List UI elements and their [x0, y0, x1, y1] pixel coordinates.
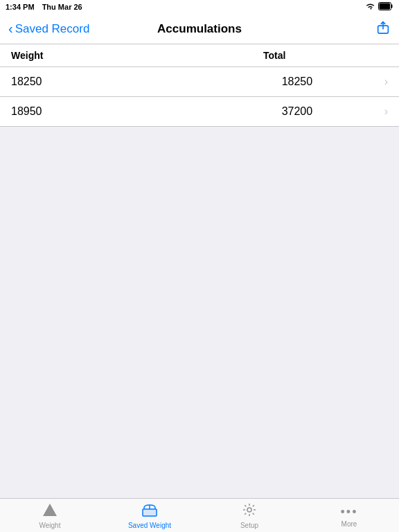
cell-weight: 18250: [11, 76, 282, 88]
table-row[interactable]: 18950 37200 ›: [0, 97, 399, 127]
tab-item-more[interactable]: ••• More: [299, 499, 399, 532]
header-spacer: [374, 50, 388, 61]
chevron-right-icon: ›: [384, 76, 388, 88]
tab-bar: Weight Saved Weight Setup ••• More: [0, 498, 399, 532]
chevron-right-icon: ›: [384, 105, 388, 118]
table-row[interactable]: 18250 18250 ›: [0, 67, 399, 97]
table-header: Weight Total: [0, 44, 399, 67]
tab-label-more: More: [342, 520, 357, 528]
chevron-left-icon: ‹: [8, 21, 13, 35]
tab-item-saved-weight[interactable]: Saved Weight: [100, 499, 200, 532]
tab-item-weight[interactable]: Weight: [0, 499, 100, 532]
status-date: Thu Mar 26: [42, 3, 82, 11]
svg-point-11: [247, 508, 251, 512]
tab-icon-weight: [42, 502, 58, 520]
cell-total: 37200: [282, 105, 379, 118]
svg-marker-5: [43, 504, 57, 516]
nav-title: Accumulations: [157, 22, 242, 36]
content-area: [0, 127, 399, 513]
tab-label-weight: Weight: [39, 522, 61, 529]
tab-icon-saved-weight: [141, 502, 159, 520]
tab-label-setup: Setup: [240, 522, 258, 529]
battery-icon: [378, 2, 393, 12]
wifi-icon: [365, 3, 375, 12]
back-button[interactable]: ‹ Saved Record: [8, 22, 89, 36]
column-header-weight: Weight: [11, 50, 263, 61]
svg-rect-2: [380, 3, 391, 10]
status-time: 1:34 PM: [6, 3, 35, 11]
tab-label-saved-weight: Saved Weight: [128, 522, 171, 529]
status-bar-right: [365, 2, 393, 12]
share-button[interactable]: [375, 19, 391, 38]
table: 18250 18250 › 18950 37200 ›: [0, 67, 399, 127]
nav-bar: ‹ Saved Record Accumulations: [0, 14, 399, 44]
cell-weight: 18950: [11, 105, 282, 118]
tab-item-setup[interactable]: Setup: [200, 499, 299, 532]
svg-rect-1: [391, 5, 393, 8]
tab-icon-more: •••: [341, 504, 358, 519]
status-bar: 1:34 PM Thu Mar 26: [0, 0, 399, 14]
tab-icon-setup: [242, 502, 257, 520]
cell-total: 18250: [282, 76, 379, 88]
status-bar-left: 1:34 PM Thu Mar 26: [6, 3, 82, 11]
column-header-total: Total: [263, 50, 374, 61]
back-label: Saved Record: [15, 22, 90, 36]
svg-rect-6: [143, 509, 157, 516]
